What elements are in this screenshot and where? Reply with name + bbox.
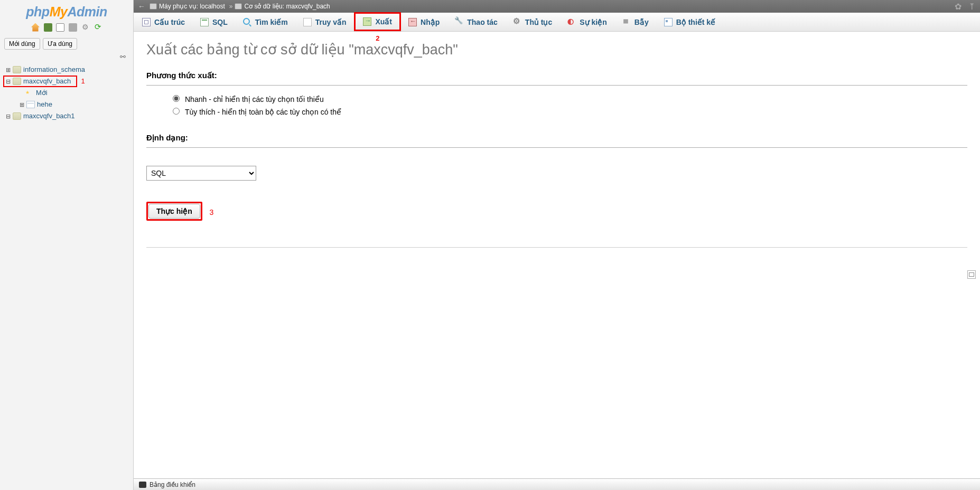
- favorites-button[interactable]: Ưa dùng: [43, 38, 77, 50]
- breadcrumb-db-label: Cơ sở dữ liệu: maxcvqfv_bach: [244, 3, 330, 10]
- recent-buttons: Mới dùng Ưa dùng: [0, 36, 133, 54]
- tab-label: Tìm kiếm: [255, 18, 288, 26]
- query-icon: [303, 18, 312, 26]
- expand-icon[interactable]: ⊟: [4, 111, 12, 121]
- console-label: Bảng điều khiển: [150, 481, 195, 488]
- structure-icon: [142, 18, 151, 26]
- logout-icon[interactable]: [44, 23, 52, 32]
- radio-quick[interactable]: [173, 95, 180, 102]
- go-button[interactable]: Thực hiện: [148, 204, 200, 219]
- logo-part-php: php: [26, 4, 49, 19]
- divider: [146, 147, 967, 148]
- database-icon: [13, 112, 21, 120]
- tab-export[interactable]: Xuất 2: [354, 12, 401, 31]
- link-icon[interactable]: ⚯: [0, 53, 133, 61]
- search-icon: [243, 18, 251, 26]
- divider: [146, 247, 967, 248]
- option-custom[interactable]: Tùy thích - hiển thị toàn bộ các tùy chọ…: [173, 106, 967, 118]
- operations-icon: [455, 18, 463, 26]
- tree-label: hehe: [37, 100, 52, 109]
- reload-icon[interactable]: ⟳: [94, 23, 102, 32]
- tab-label: Bộ thiết kế: [676, 18, 715, 26]
- tab-search[interactable]: Tìm kiếm: [236, 13, 296, 31]
- annotation-3: 3: [209, 208, 213, 216]
- export-icon: [363, 17, 371, 26]
- tabs: Cấu trúc SQL Tìm kiếm Truy vấn Xuất 2 Nh…: [134, 13, 980, 32]
- collapse-top-icon[interactable]: ⤒: [967, 2, 976, 11]
- go-button-highlight: Thực hiện: [146, 202, 202, 221]
- option-quick[interactable]: Nhanh - chỉ hiển thị các tùy chọn tối th…: [173, 93, 967, 106]
- expand-icon[interactable]: ⊞: [18, 100, 25, 109]
- option-custom-label: Tùy thích - hiển thị toàn bộ các tùy chọ…: [185, 108, 341, 116]
- logo[interactable]: phpMyAdmin: [0, 0, 133, 21]
- tab-query[interactable]: Truy vấn: [296, 13, 354, 31]
- tab-label: Truy vấn: [315, 18, 347, 26]
- tab-label: Thủ tục: [525, 18, 552, 26]
- back-icon[interactable]: ←: [138, 2, 145, 11]
- breadcrumb-separator: »: [229, 3, 233, 10]
- tab-structure[interactable]: Cấu trúc: [135, 13, 193, 31]
- tab-triggers[interactable]: Bẫy: [615, 13, 657, 31]
- export-method-heading: Phương thức xuất:: [146, 71, 967, 82]
- import-icon: [408, 18, 417, 26]
- tree-label: Mới: [36, 88, 48, 98]
- table-icon: [26, 101, 35, 108]
- radio-custom[interactable]: [173, 108, 180, 115]
- server-icon: [150, 3, 157, 10]
- procedures-icon: [513, 18, 521, 26]
- annotation-1: 1: [81, 77, 85, 85]
- tree-label: maxcvqfv_bach1: [23, 111, 75, 121]
- page-title: Xuất các bảng từ cơ sở dữ liệu "maxcvqfv…: [146, 41, 967, 58]
- console-icon: [139, 482, 146, 488]
- console-bar[interactable]: Bảng điều khiển: [134, 478, 980, 490]
- query-window-icon[interactable]: [56, 23, 64, 32]
- tab-operations[interactable]: Thao tác: [447, 13, 506, 31]
- tab-designer[interactable]: Bộ thiết kế: [657, 13, 723, 31]
- tab-label: Nhập: [421, 18, 440, 26]
- breadcrumb-server-label: Máy phục vụ: localhost: [159, 3, 225, 10]
- database-icon: [235, 3, 242, 10]
- sidebar: phpMyAdmin ⚙ ⟳ Mới dùng Ưa dùng ⚯ ⊞ info…: [0, 0, 134, 490]
- bookmark-icon[interactable]: [967, 270, 976, 279]
- tab-sql[interactable]: SQL: [193, 13, 236, 31]
- tab-label: Xuất: [375, 17, 392, 26]
- home-icon[interactable]: [31, 23, 40, 32]
- collapse-icon[interactable]: ⊟: [4, 77, 12, 86]
- page-settings-icon[interactable]: ✿: [954, 2, 962, 11]
- tab-import[interactable]: Nhập: [401, 13, 447, 31]
- tab-label: Bẫy: [634, 18, 649, 26]
- tab-label: SQL: [212, 18, 228, 26]
- breadcrumb-server[interactable]: Máy phục vụ: localhost: [150, 3, 225, 10]
- events-icon: [567, 18, 576, 26]
- docs-icon[interactable]: [69, 23, 77, 32]
- format-select[interactable]: SQL: [146, 166, 256, 181]
- settings-icon[interactable]: ⚙: [81, 23, 89, 32]
- database-icon: [13, 66, 21, 73]
- designer-icon: [664, 18, 673, 26]
- tab-procedures[interactable]: Thủ tục: [506, 13, 560, 31]
- tab-events[interactable]: Sự kiện: [560, 13, 614, 31]
- format-heading: Định dạng:: [146, 133, 967, 144]
- new-icon: [25, 89, 34, 97]
- tree-new-table[interactable]: Mới: [2, 87, 131, 99]
- tree-table-hehe[interactable]: ⊞ hehe: [2, 99, 131, 110]
- tree-label: information_schema: [23, 65, 85, 74]
- database-icon: [13, 78, 21, 85]
- topbar: ← Máy phục vụ: localhost » Cơ sở dữ liệu…: [134, 0, 980, 13]
- option-quick-label: Nhanh - chỉ hiển thị các tùy chọn tối th…: [185, 95, 324, 103]
- content: Xuất các bảng từ cơ sở dữ liệu "maxcvqfv…: [134, 32, 980, 490]
- triggers-icon: [622, 18, 631, 26]
- tab-label: Sự kiện: [580, 18, 606, 26]
- divider: [146, 85, 967, 86]
- tree-db-maxcvqfv-bach1[interactable]: ⊟ maxcvqfv_bach1: [2, 110, 131, 122]
- recent-button[interactable]: Mới dùng: [4, 38, 40, 50]
- tab-label: Thao tác: [467, 18, 498, 26]
- expand-icon[interactable]: ⊞: [4, 65, 12, 74]
- export-method-options: Nhanh - chỉ hiển thị các tùy chọn tối th…: [173, 93, 967, 118]
- sql-icon: [200, 18, 209, 26]
- breadcrumb-database[interactable]: Cơ sở dữ liệu: maxcvqfv_bach: [235, 3, 330, 10]
- logo-part-my: My: [50, 4, 68, 19]
- tree-label: maxcvqfv_bach: [23, 77, 71, 86]
- tree-db-maxcvqfv-bach[interactable]: ⊟ maxcvqfv_bach: [3, 76, 77, 87]
- tree-db-information-schema[interactable]: ⊞ information_schema: [2, 64, 131, 76]
